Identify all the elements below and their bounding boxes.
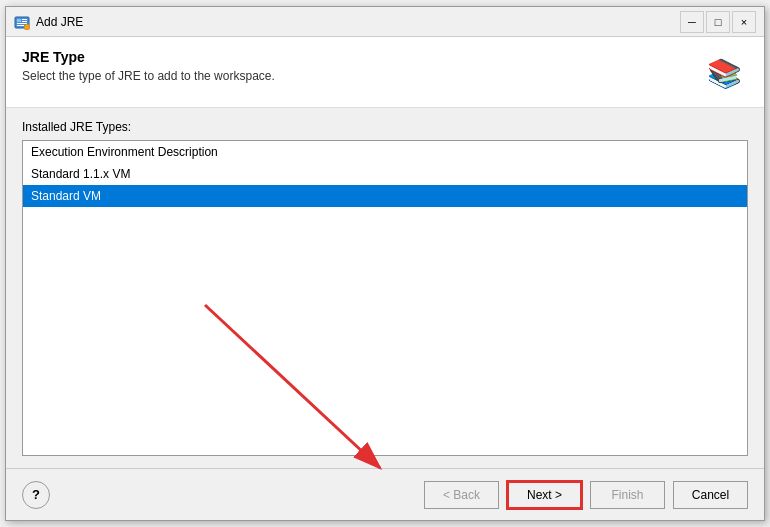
next-button[interactable]: Next > [507, 481, 582, 509]
svg-rect-1 [17, 19, 21, 22]
window-title: Add JRE [36, 15, 680, 29]
add-jre-window: Add JRE ─ □ × JRE Type Select the type o… [5, 6, 765, 521]
maximize-button[interactable]: □ [706, 11, 730, 33]
minimize-button[interactable]: ─ [680, 11, 704, 33]
header-text: JRE Type Select the type of JRE to add t… [22, 49, 700, 83]
list-item[interactable]: Execution Environment Description [23, 141, 747, 163]
svg-rect-3 [22, 21, 27, 22]
footer-left: ? [22, 481, 50, 509]
window-controls: ─ □ × [680, 11, 756, 33]
main-content: Installed JRE Types: Execution Environme… [6, 108, 764, 468]
close-button[interactable]: × [732, 11, 756, 33]
back-button[interactable]: < Back [424, 481, 499, 509]
list-item[interactable]: Standard 1.1.x VM [23, 163, 747, 185]
svg-rect-2 [22, 19, 27, 20]
svg-point-6 [24, 24, 30, 30]
header-section: JRE Type Select the type of JRE to add t… [6, 37, 764, 108]
cancel-button[interactable]: Cancel [673, 481, 748, 509]
window-icon [14, 14, 30, 30]
section-label: Installed JRE Types: [22, 120, 748, 134]
svg-rect-5 [17, 25, 24, 26]
list-item[interactable]: Standard VM [23, 185, 747, 207]
header-icon: 📚 [700, 49, 748, 97]
page-title: JRE Type [22, 49, 700, 65]
title-bar: Add JRE ─ □ × [6, 7, 764, 37]
content-area: JRE Type Select the type of JRE to add t… [6, 37, 764, 468]
svg-rect-4 [17, 23, 27, 24]
footer: ? < Back Next > Finish Cancel [6, 468, 764, 520]
page-description: Select the type of JRE to add to the wor… [22, 69, 700, 83]
help-button[interactable]: ? [22, 481, 50, 509]
jre-types-list[interactable]: Execution Environment DescriptionStandar… [22, 140, 748, 456]
finish-button[interactable]: Finish [590, 481, 665, 509]
